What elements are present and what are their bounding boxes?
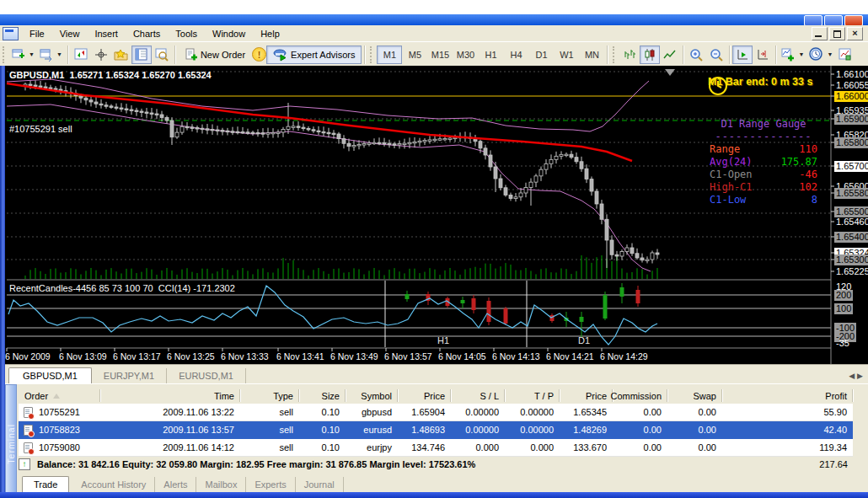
toolbar-grip[interactable] <box>613 46 617 63</box>
candle-body <box>555 156 558 159</box>
tab-scroll-left-icon[interactable]: ◀ <box>849 372 855 380</box>
column-header-price-2[interactable]: Price <box>560 388 613 404</box>
chart-close-button[interactable]: × <box>847 27 863 40</box>
terminal-side-tab[interactable]: Terminal <box>5 384 17 493</box>
terminal-tab-trade[interactable]: Trade <box>22 476 69 492</box>
column-header-time[interactable]: Time <box>100 388 240 404</box>
candle-body <box>383 142 386 144</box>
candle-body <box>226 131 229 132</box>
terminal-tab-journal[interactable]: Journal <box>296 477 344 492</box>
periods-button[interactable]: ▼ <box>806 46 835 64</box>
zoom-in-button[interactable] <box>686 46 706 64</box>
price-axis[interactable]: 1.661001.660551.660001.659351.659001.658… <box>832 66 868 364</box>
zoom-out-button[interactable] <box>706 46 726 64</box>
expert-advisors-label: Expert Advisors <box>291 50 355 60</box>
candlestick-chart-button[interactable] <box>640 46 660 64</box>
column-label: Time <box>214 391 234 401</box>
axis-label-1-65300: 1.65300 <box>834 254 868 265</box>
menu-file[interactable]: File <box>22 27 52 40</box>
order-document-icon <box>24 425 33 436</box>
column-header-symbol[interactable]: Symbol <box>346 388 398 404</box>
indicators-button[interactable]: ▼ <box>779 46 806 64</box>
chart-plot[interactable] <box>0 66 868 364</box>
timeframe-h4[interactable]: H4 <box>503 46 528 64</box>
candle-body <box>529 182 533 187</box>
time-label: 6 Nov 13:41 <box>276 351 324 361</box>
order-row-10758823[interactable]: 107588232009.11.06 13:57sell0.10eurusd1.… <box>19 421 853 439</box>
timeframe-d1[interactable]: D1 <box>528 46 554 64</box>
timeframe-m1[interactable]: M1 <box>377 46 402 64</box>
candle-body <box>433 139 437 141</box>
toolbar-grip[interactable] <box>3 46 7 63</box>
order-row-10759080[interactable]: 107590802009.11.06 14:12sell0.10eurjpy13… <box>19 439 853 457</box>
order-cell: 0.000 <box>451 439 505 456</box>
timeframe-m30[interactable]: M30 <box>453 46 478 64</box>
column-label: Price <box>586 391 607 401</box>
bar-chart-button[interactable] <box>619 46 640 64</box>
terminal-tab-account-history[interactable]: Account History <box>72 477 155 492</box>
data-window-button[interactable] <box>131 46 152 64</box>
axis-label-100: 100 <box>834 303 853 314</box>
menu-help[interactable]: Help <box>253 27 287 40</box>
chart-tab-eurjpy-m1[interactable]: EURJPY,M1 <box>92 368 167 383</box>
templates-button[interactable] <box>835 46 855 64</box>
candle-body <box>585 169 588 179</box>
order-document-icon <box>24 407 33 418</box>
column-header-swap[interactable]: Swap <box>667 388 722 404</box>
candle-body <box>292 126 295 128</box>
balance-icon: ↑ <box>19 458 30 470</box>
timeframe-mn[interactable]: MN <box>579 46 604 64</box>
toolbar-grip[interactable] <box>370 46 374 63</box>
chart-shift-button[interactable] <box>753 46 773 64</box>
chart-tab-eurusd-m1[interactable]: EURUSD,M1 <box>167 368 246 383</box>
order-id: 10758823 <box>39 425 80 435</box>
timeframe-m5[interactable]: M5 <box>402 46 427 64</box>
candle-body <box>605 219 608 240</box>
order-cell: 2009.11.06 13:57 <box>100 421 240 438</box>
column-header-t-p[interactable]: T / P <box>505 388 560 404</box>
column-header-type[interactable]: Type <box>240 388 299 404</box>
favorites-button[interactable] <box>111 46 131 64</box>
menu-window[interactable]: Window <box>205 27 253 40</box>
menu-tools[interactable]: Tools <box>168 27 205 40</box>
line-chart-button[interactable] <box>660 46 680 64</box>
column-header-size[interactable]: Size <box>299 388 346 404</box>
tick-chart-button[interactable] <box>71 46 91 64</box>
crosshair-button[interactable] <box>91 46 111 64</box>
profiles-button[interactable]: ▼ <box>37 46 65 64</box>
order-cell: 0.000 <box>505 439 560 456</box>
order-row-10755291[interactable]: 107552912009.11.06 13:22sell0.10gbpusd1.… <box>19 404 853 421</box>
column-header-s-l[interactable]: S / L <box>451 388 505 404</box>
refresh-window-button[interactable] <box>152 46 172 64</box>
chart-canvas[interactable]: GBPUSD,M1 1.65271 1.65324 1.65270 1.6532… <box>0 66 868 364</box>
terminal-tab-alerts[interactable]: Alerts <box>155 477 196 492</box>
column-header-order[interactable]: Order <box>19 388 100 404</box>
chart-restore-button[interactable] <box>829 27 845 40</box>
menu-charts[interactable]: Charts <box>126 27 168 40</box>
gauge-value: 102 <box>799 181 817 194</box>
order-cell: 2009.11.06 13:22 <box>100 404 240 420</box>
timeframe-m15[interactable]: M15 <box>427 46 453 64</box>
titlebar-cut-area <box>0 0 868 14</box>
new-order-button[interactable]: New Order <box>178 46 252 64</box>
axis-label-1-65800: 1.65800 <box>834 137 868 148</box>
terminal-tab-experts[interactable]: Experts <box>246 477 295 492</box>
expert-advisors-button[interactable]: Expert Advisors <box>266 46 362 64</box>
auto-scroll-button[interactable] <box>732 46 753 64</box>
column-header-commission[interactable]: Commission <box>613 388 667 404</box>
chart-tab-gbpusd-m1[interactable]: GBPUSD,M1 <box>8 367 92 383</box>
menu-view[interactable]: View <box>52 27 88 40</box>
timeframe-w1[interactable]: W1 <box>554 46 579 64</box>
column-header-profit[interactable]: Profit <box>722 388 853 404</box>
timeframe-h1[interactable]: H1 <box>478 46 503 64</box>
warning-icon[interactable]: ! <box>252 47 266 62</box>
tab-scroll-right-icon[interactable]: ▶ <box>857 372 863 380</box>
column-header-price[interactable]: Price <box>398 388 451 404</box>
new-chart-button[interactable]: ▼ <box>9 46 37 64</box>
terminal-tab-mailbox[interactable]: Mailbox <box>196 477 246 492</box>
candle-body <box>140 111 143 113</box>
indicator-title: RecentCandles-4456 85 73 100 70 CCI(14) … <box>9 283 235 293</box>
chart-minimize-button[interactable] <box>812 27 828 40</box>
order-cell: sell <box>240 421 299 438</box>
menu-insert[interactable]: Insert <box>87 27 126 40</box>
